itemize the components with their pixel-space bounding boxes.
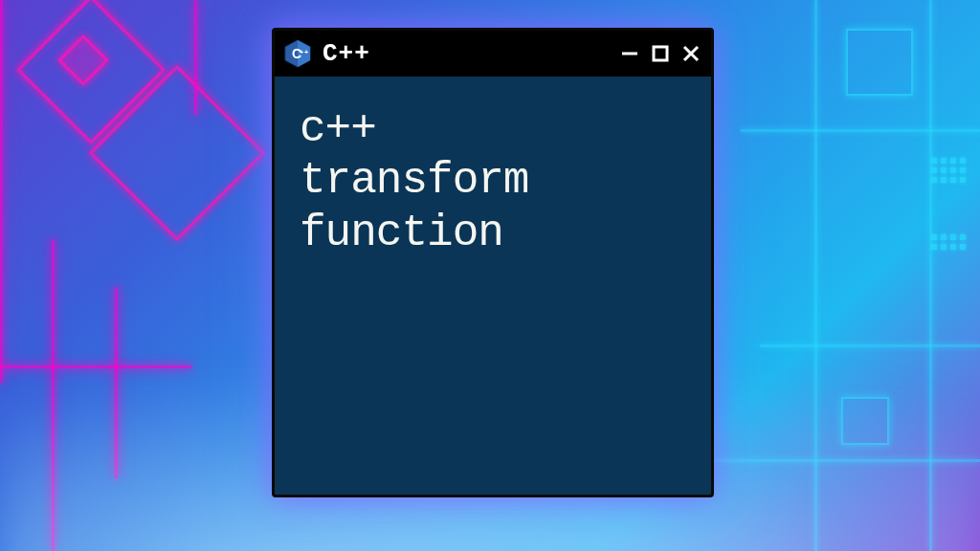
window-title: C++ <box>323 39 610 68</box>
close-button[interactable] <box>680 43 702 64</box>
svg-rect-6 <box>654 47 667 60</box>
minimize-button[interactable] <box>619 43 640 64</box>
titlebar[interactable]: C + + C++ <box>275 31 711 77</box>
terminal-window: C + + C++ c++ transform function <box>272 28 714 497</box>
cpp-icon: C + + <box>282 38 313 69</box>
terminal-content: c++ transform function <box>275 77 711 495</box>
svg-text:+: + <box>300 49 303 55</box>
maximize-button[interactable] <box>650 43 671 64</box>
window-controls <box>619 43 702 64</box>
svg-text:+: + <box>304 49 308 55</box>
